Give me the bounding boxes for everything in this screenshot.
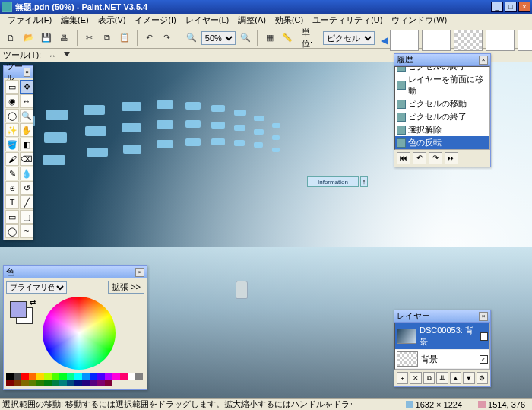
palette-color[interactable]	[59, 373, 67, 380]
menu-layer[interactable]: レイヤー(L)	[181, 14, 233, 27]
palette-color[interactable]	[74, 373, 82, 380]
color-wheel[interactable]	[43, 297, 116, 370]
history-redo[interactable]: ↷	[429, 152, 442, 164]
palette-color[interactable]	[82, 380, 90, 386]
layer-row[interactable]: 背景✓	[395, 350, 489, 369]
layers-panel-title[interactable]: レイヤー ×	[394, 310, 490, 323]
history-item[interactable]: 選択解除	[395, 123, 489, 136]
layers-panel-close[interactable]: ×	[479, 312, 488, 321]
tool-rrect[interactable]: ▢	[20, 210, 33, 224]
palette-color[interactable]	[6, 373, 14, 380]
document-thumb[interactable]	[390, 30, 419, 51]
grid-button[interactable]: ▦	[261, 30, 277, 46]
palette-color[interactable]	[74, 380, 82, 386]
new-button[interactable]: 🗋	[3, 30, 19, 46]
menu-image[interactable]: イメージ(I)	[130, 14, 180, 27]
tool-rect-select[interactable]: ▭	[5, 80, 19, 94]
undo-button[interactable]: ↶	[141, 30, 157, 46]
document-thumb[interactable]	[518, 30, 532, 51]
tool-options-tool[interactable]: ↔	[46, 49, 59, 62]
layer-delete[interactable]: ✕	[410, 372, 421, 384]
palette-color[interactable]	[67, 380, 74, 386]
palette-color[interactable]	[6, 380, 14, 386]
document-thumb[interactable]	[422, 30, 451, 51]
tool-ellipse[interactable]: ◯	[5, 224, 19, 238]
layer-visibility-checkbox[interactable]: ✓	[480, 355, 488, 364]
palette-color[interactable]	[59, 380, 67, 386]
menu-adjust[interactable]: 調整(A)	[233, 14, 271, 27]
history-ffwd[interactable]: ⏭	[445, 152, 458, 164]
palette-color[interactable]	[21, 373, 29, 380]
cut-button[interactable]: ✂	[81, 30, 97, 46]
palette-color[interactable]	[44, 380, 52, 386]
palette-color[interactable]	[90, 380, 97, 386]
paste-button[interactable]: 📋	[116, 30, 132, 46]
tool-picker[interactable]: 💧	[20, 167, 33, 180]
palette-color[interactable]	[29, 380, 36, 386]
tool-line[interactable]: ╱	[20, 195, 33, 209]
document-thumb[interactable]	[486, 30, 515, 51]
tool-rect[interactable]: ▭	[5, 210, 19, 224]
layer-properties[interactable]: ⚙	[477, 372, 488, 384]
palette-color[interactable]	[14, 380, 21, 386]
tool-move-selection[interactable]: ✥	[20, 80, 33, 94]
history-panel-close[interactable]: ×	[479, 56, 488, 65]
menu-utilities[interactable]: ユーティリティ(U)	[308, 14, 387, 27]
tool-fill[interactable]: 🪣	[5, 138, 19, 151]
save-button[interactable]: 💾	[39, 30, 55, 46]
colors-expand-button[interactable]: 拡張 >>	[108, 281, 144, 294]
colors-panel-close[interactable]: ×	[135, 268, 144, 277]
palette-color[interactable]	[97, 373, 105, 380]
layer-row[interactable]: DSC00053: 背景✓	[395, 323, 489, 350]
tool-eraser[interactable]: ⌫	[20, 152, 33, 166]
maximize-button[interactable]: □	[505, 2, 517, 12]
history-item[interactable]: ピクセルの移動	[395, 97, 489, 110]
copy-button[interactable]: ⧉	[99, 30, 115, 46]
tool-options-dropdown[interactable]	[64, 52, 70, 59]
tool-gradient[interactable]: ◧	[20, 138, 33, 151]
menu-file[interactable]: ファイル(F)	[3, 14, 56, 27]
palette-color[interactable]	[82, 373, 90, 380]
layer-visibility-checkbox[interactable]: ✓	[480, 332, 488, 341]
layer-duplicate[interactable]: ⧉	[423, 372, 435, 384]
palette-color[interactable]	[52, 380, 59, 386]
primary-color-swatch[interactable]	[10, 301, 27, 318]
layer-add[interactable]: ＋	[397, 372, 408, 384]
print-button[interactable]: 🖶	[56, 30, 72, 46]
palette-color[interactable]	[105, 380, 112, 386]
tool-ellipse-sel[interactable]: ◯	[5, 109, 19, 122]
history-undo[interactable]: ↶	[413, 152, 426, 164]
tool-text[interactable]: T	[5, 195, 19, 209]
palette-color[interactable]	[90, 373, 97, 380]
zoom-select[interactable]: 50%	[201, 31, 236, 45]
minimize-button[interactable]: _	[491, 2, 503, 12]
palette-color[interactable]	[120, 373, 128, 380]
zoomout-button[interactable]: 🔍	[183, 30, 199, 46]
menu-edit[interactable]: 編集(E)	[56, 14, 93, 27]
layers-list[interactable]: DSC00053: 背景✓背景✓	[394, 323, 490, 370]
tool-freeform[interactable]: ~	[20, 224, 33, 238]
palette-color[interactable]	[105, 373, 112, 380]
menu-effects[interactable]: 効果(C)	[271, 14, 308, 27]
document-thumb[interactable]	[454, 30, 483, 51]
history-item[interactable]: 色の反転	[395, 136, 489, 149]
tool-lasso[interactable]: ◉	[5, 94, 19, 108]
menu-view[interactable]: 表示(V)	[93, 14, 131, 27]
palette-color[interactable]	[36, 373, 44, 380]
palette-color[interactable]	[97, 380, 105, 386]
history-item[interactable]: レイヤーを前面に移動	[395, 73, 489, 97]
history-rewind[interactable]: ⏮	[397, 152, 410, 164]
palette-color[interactable]	[44, 373, 52, 380]
history-item[interactable]: ピクセルの終了	[395, 110, 489, 123]
palette-color[interactable]	[128, 373, 135, 380]
tool-pencil[interactable]: ✎	[5, 167, 19, 180]
tools-panel-close[interactable]: ×	[24, 68, 30, 77]
tool-clone[interactable]: ⍟	[5, 181, 19, 195]
tool-wand[interactable]: ✨	[5, 123, 19, 137]
palette-color[interactable]	[67, 373, 74, 380]
unit-select[interactable]: ピクセル	[323, 31, 375, 45]
palette-color[interactable]	[52, 373, 59, 380]
palette-color[interactable]	[36, 380, 44, 386]
palette-color[interactable]	[21, 380, 29, 386]
menu-window[interactable]: ウィンドウ(W)	[387, 14, 451, 27]
